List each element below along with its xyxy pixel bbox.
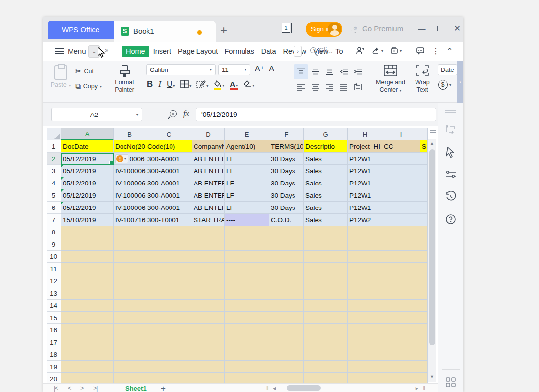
comment-icon[interactable]: [416, 46, 425, 55]
cell-H4[interactable]: P12W1: [348, 177, 382, 189]
column-header-I[interactable]: I: [382, 128, 420, 140]
cell-G17[interactable]: [304, 336, 348, 348]
cell-F7[interactable]: C.O.D.: [270, 214, 304, 226]
paste-button[interactable]: Paste ▾: [50, 65, 72, 89]
cell-C19[interactable]: [146, 361, 192, 373]
cell-H20[interactable]: [348, 373, 382, 383]
window-switcher-icon[interactable]: 1: [282, 23, 294, 34]
cell-A2[interactable]: 05/12/2019: [61, 153, 114, 165]
column-header-partial[interactable]: [420, 128, 428, 140]
cell-X8[interactable]: [420, 226, 428, 238]
cell-I1[interactable]: CC: [382, 140, 420, 153]
cell-H19[interactable]: [348, 361, 382, 373]
cell-E2[interactable]: LF: [225, 153, 270, 165]
cell-X1[interactable]: S: [420, 140, 428, 153]
cell-B19[interactable]: [114, 361, 146, 373]
cell-I18[interactable]: [382, 348, 420, 361]
cell-H17[interactable]: [348, 336, 382, 348]
scroll-down-icon[interactable]: ▼: [430, 374, 434, 379]
cell-C10[interactable]: [146, 251, 192, 263]
cell-A12[interactable]: [61, 275, 114, 287]
valign-bottom-button[interactable]: [322, 64, 337, 79]
cell-B13[interactable]: [114, 287, 146, 300]
cell-A19[interactable]: [61, 361, 114, 373]
cell-A16[interactable]: [61, 324, 114, 336]
cell-A14[interactable]: [61, 300, 114, 312]
cell-F15[interactable]: [270, 312, 304, 324]
cell-I10[interactable]: [382, 251, 420, 263]
cell-E11[interactable]: [225, 263, 270, 275]
share-icon[interactable]: ▾: [371, 46, 383, 55]
row-header-17[interactable]: 17: [47, 336, 61, 348]
cell-C14[interactable]: [146, 300, 192, 312]
cell-H11[interactable]: [348, 263, 382, 275]
cell-A20[interactable]: [61, 373, 114, 383]
cell-E8[interactable]: [225, 226, 270, 238]
cell-B3[interactable]: IV-100006: [114, 165, 146, 177]
cell-H9[interactable]: [348, 238, 382, 251]
select-cursor-icon[interactable]: [438, 144, 464, 161]
history-icon[interactable]: [438, 188, 464, 205]
cell-F2[interactable]: 30 Days: [270, 153, 304, 165]
format-painter-button[interactable]: Format Painter: [111, 65, 139, 93]
cell-A1[interactable]: DocDate: [61, 140, 114, 153]
cell-D15[interactable]: [192, 312, 225, 324]
cell-X19[interactable]: [420, 361, 428, 373]
cell-C12[interactable]: [146, 275, 192, 287]
cell-D12[interactable]: [192, 275, 225, 287]
cell-B7[interactable]: IV-100716: [114, 214, 146, 226]
row-header-8[interactable]: 8: [47, 226, 61, 238]
cell-C3[interactable]: 300-A0001: [146, 165, 192, 177]
error-warning-icon[interactable]: !▾: [115, 154, 128, 163]
pin-to-taskbar-icon[interactable]: ▾: [390, 46, 402, 55]
cell-B11[interactable]: [114, 263, 146, 275]
align-center-button[interactable]: [308, 79, 322, 94]
cell-I4[interactable]: [382, 177, 420, 189]
row-header-18[interactable]: 18: [47, 348, 61, 361]
valign-top-button[interactable]: [294, 64, 308, 79]
cell-B5[interactable]: IV-100006: [114, 189, 146, 202]
cell-H2[interactable]: P12W1: [348, 153, 382, 165]
menu-button[interactable]: Menu: [68, 47, 86, 55]
cell-C6[interactable]: 300-A0001: [146, 202, 192, 214]
go-premium-button[interactable]: ♔ Go Premium: [351, 24, 403, 33]
cell-G20[interactable]: [304, 373, 348, 383]
cell-X20[interactable]: [420, 373, 428, 383]
cell-C17[interactable]: [146, 336, 192, 348]
cell-E1[interactable]: Agent(10): [225, 140, 270, 153]
cell-I12[interactable]: [382, 275, 420, 287]
invite-user-icon[interactable]: [356, 46, 365, 55]
cell-D1[interactable]: CompanyN: [192, 140, 225, 153]
cell-I15[interactable]: [382, 312, 420, 324]
row-header-15[interactable]: 15: [47, 312, 61, 324]
apps-grid-icon[interactable]: [438, 377, 464, 388]
column-header-B[interactable]: B: [114, 128, 146, 140]
scroll-left-icon[interactable]: ◀: [273, 386, 276, 391]
cell-F4[interactable]: 30 Days: [270, 177, 304, 189]
cell-D6[interactable]: AB ENTERI: [192, 202, 225, 214]
cell-D5[interactable]: AB ENTERI: [192, 189, 225, 202]
cell-I17[interactable]: [382, 336, 420, 348]
cell-C8[interactable]: [146, 226, 192, 238]
cell-G14[interactable]: [304, 300, 348, 312]
cell-I2[interactable]: [382, 153, 420, 165]
more-options-icon[interactable]: ⋮: [432, 46, 440, 56]
first-sheet-icon[interactable]: |<: [54, 385, 58, 392]
row-header-2[interactable]: 2: [47, 153, 61, 165]
tabs-overflow-button[interactable]: ›: [294, 46, 302, 57]
cell-C1[interactable]: Code(10): [146, 140, 192, 153]
cell-X17[interactable]: [420, 336, 428, 348]
cell-C2[interactable]: 300-A0001: [146, 153, 192, 165]
cell-X5[interactable]: [420, 189, 428, 202]
row-header-9[interactable]: 9: [47, 238, 61, 251]
cell-D18[interactable]: [192, 348, 225, 361]
cell-E12[interactable]: [225, 275, 270, 287]
wps-office-button[interactable]: WPS Office: [48, 21, 114, 39]
cell-B20[interactable]: [114, 373, 146, 383]
cell-A8[interactable]: [61, 226, 114, 238]
cell-B1[interactable]: DocNo(20: [114, 140, 146, 153]
text-orientation-button[interactable]: [351, 79, 365, 94]
cell-B17[interactable]: [114, 336, 146, 348]
cell-H18[interactable]: [348, 348, 382, 361]
cell-A3[interactable]: 05/12/2019: [61, 165, 114, 177]
